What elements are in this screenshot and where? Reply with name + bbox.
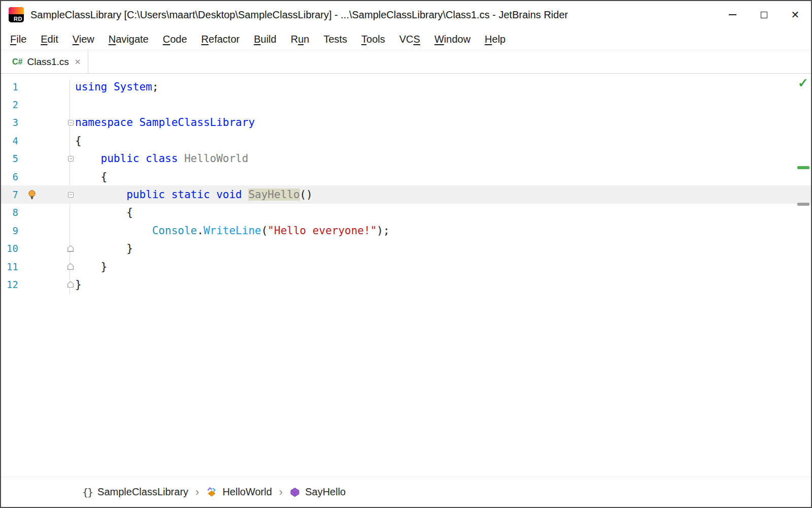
csharp-file-icon: C# (12, 57, 22, 67)
bulb-slot (21, 221, 43, 239)
bulb-slot (21, 204, 43, 221)
fold-slot (43, 132, 75, 149)
class-icon (206, 487, 217, 498)
bulb-slot (21, 78, 43, 96)
menu-bar: FileEditViewNavigateCodeRefactorBuildRun… (1, 28, 811, 50)
bulb-slot (21, 240, 43, 258)
line-number: 7 (1, 189, 21, 200)
code-text: public class HelloWorld (75, 152, 248, 165)
fold-slot (43, 221, 75, 239)
menu-navigate[interactable]: Navigate (101, 30, 156, 48)
line-number: 1 (1, 81, 21, 92)
code-area: 1using System;23namespace SampleClassLib… (1, 74, 811, 294)
menu-code[interactable]: Code (156, 30, 194, 48)
window-title: SampleClassLibrary [C:\Users\maart\Deskt… (30, 9, 717, 21)
code-line-7[interactable]: 7 public static void SayHello() (1, 185, 811, 203)
code-text: } (75, 261, 107, 273)
tab-label: Class1.cs (27, 56, 69, 68)
code-text: Console.WriteLine("Hello everyone!"); (75, 225, 390, 237)
code-line-8[interactable]: 8 { (1, 204, 811, 221)
namespace-icon: {} (82, 486, 92, 498)
window-controls: ✕ (717, 1, 811, 28)
code-text: { (75, 206, 133, 218)
line-number: 12 (1, 279, 21, 290)
rider-logo-gradient (9, 7, 24, 14)
breadcrumb: {}SampleClassLibrary›HelloWorld›SayHello (1, 477, 811, 507)
minimize-button[interactable] (717, 1, 748, 28)
breadcrumb-helloworld[interactable]: HelloWorld (206, 486, 272, 498)
line-number: 6 (1, 171, 21, 182)
change-marker (797, 166, 809, 169)
bulb-slot (21, 168, 43, 185)
inspection-rail: ✓ (796, 74, 811, 477)
bulb-slot (21, 132, 43, 149)
code-text: using System; (75, 81, 158, 93)
line-number: 2 (1, 99, 21, 110)
breadcrumb-label: SayHello (305, 486, 346, 498)
rider-window: RD SampleClassLibrary [C:\Users\maart\De… (0, 0, 812, 508)
menu-refactor[interactable]: Refactor (194, 30, 247, 48)
inspections-ok-icon[interactable]: ✓ (798, 76, 808, 90)
editor-tab-strip: C# Class1.cs ✕ (1, 50, 811, 74)
code-line-12[interactable]: 12} (1, 275, 811, 293)
menu-view[interactable]: View (65, 30, 101, 48)
code-line-10[interactable]: 10 } (1, 240, 811, 258)
code-line-6[interactable]: 6 { (1, 168, 811, 185)
menu-edit[interactable]: Edit (33, 30, 65, 48)
code-text: } (75, 242, 133, 255)
menu-help[interactable]: Help (478, 30, 513, 48)
menu-vcs[interactable]: VCS (392, 30, 427, 48)
breadcrumb-label: HelloWorld (222, 486, 272, 498)
rider-logo-icon: RD (9, 7, 24, 22)
fold-slot (43, 168, 75, 185)
title-bar: RD SampleClassLibrary [C:\Users\maart\De… (1, 1, 811, 28)
close-button[interactable]: ✕ (780, 1, 811, 28)
code-line-2[interactable]: 2 (1, 96, 811, 113)
code-text: { (75, 171, 107, 183)
breadcrumb-separator: › (279, 486, 283, 499)
bulb-slot (21, 96, 43, 113)
bulb-slot (21, 150, 43, 168)
code-line-9[interactable]: 9 Console.WriteLine("Hello everyone!"); (1, 221, 811, 239)
menu-run[interactable]: Run (284, 30, 317, 48)
method-icon (290, 487, 300, 497)
code-line-1[interactable]: 1using System; (1, 78, 811, 96)
tab-close-icon[interactable]: ✕ (75, 57, 81, 67)
fold-start-icon[interactable] (43, 150, 75, 168)
menu-file[interactable]: File (3, 30, 33, 48)
code-line-3[interactable]: 3namespace SampleClassLibrary (1, 114, 811, 132)
change-marker (797, 203, 809, 206)
breadcrumb-label: SampleClassLibrary (97, 486, 188, 498)
line-number: 10 (1, 243, 21, 254)
breadcrumb-separator: › (195, 486, 199, 499)
breadcrumb-sampleclasslibrary[interactable]: {}SampleClassLibrary (82, 486, 188, 498)
breadcrumb-sayhello[interactable]: SayHello (290, 486, 346, 498)
bulb-slot (21, 275, 43, 293)
bulb-slot (21, 258, 43, 275)
fold-slot (43, 78, 75, 96)
menu-tools[interactable]: Tools (354, 30, 392, 48)
menu-tests[interactable]: Tests (316, 30, 354, 48)
code-editor[interactable]: 1using System;23namespace SampleClassLib… (1, 74, 811, 477)
tab-class1-cs[interactable]: C# Class1.cs ✕ (5, 50, 88, 73)
line-number: 4 (1, 135, 21, 146)
menu-build[interactable]: Build (247, 30, 284, 48)
fold-end-icon[interactable] (43, 240, 75, 258)
fold-end-icon[interactable] (43, 275, 75, 293)
fold-start-icon[interactable] (43, 114, 75, 132)
code-line-4[interactable]: 4{ (1, 132, 811, 149)
rider-logo-text: RD (14, 16, 22, 22)
line-number: 11 (1, 261, 21, 272)
quick-fix-bulb-icon[interactable] (21, 185, 43, 203)
code-text: namespace SampleClassLibrary (75, 116, 255, 129)
maximize-button[interactable] (748, 1, 780, 28)
code-line-11[interactable]: 11 } (1, 258, 811, 275)
line-number: 3 (1, 117, 21, 128)
code-text: } (75, 278, 82, 291)
fold-start-icon[interactable] (43, 185, 75, 203)
minimize-icon (729, 14, 736, 15)
code-line-5[interactable]: 5 public class HelloWorld (1, 150, 811, 168)
fold-end-icon[interactable] (43, 258, 75, 275)
menu-window[interactable]: Window (427, 30, 478, 48)
bulb-slot (21, 114, 43, 132)
